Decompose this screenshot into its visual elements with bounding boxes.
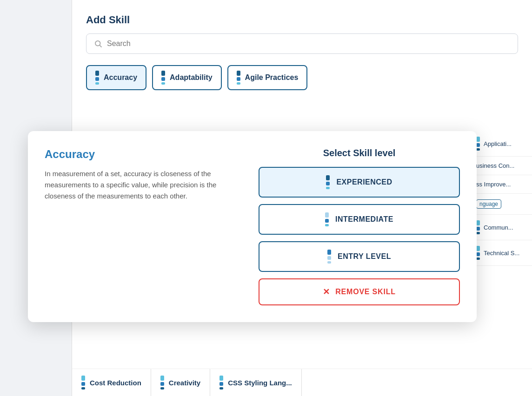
community-label: Commun... [484, 224, 513, 231]
sidebar-item-application[interactable]: Applicati... [470, 131, 532, 157]
skill-chip-accuracy[interactable]: Accuracy [86, 65, 146, 90]
agile-label: Agile Practices [245, 73, 299, 82]
skills-row: Accuracy Adaptability Agile Practices [86, 65, 518, 90]
level-entry-button[interactable]: ENTRY LEVEL [259, 241, 460, 272]
bottom-chip-creativity[interactable]: Creativity [151, 369, 210, 396]
search-input[interactable] [107, 40, 510, 48]
search-icon [94, 40, 102, 48]
bottom-skills-row: Cost Reduction Creativity CSS Styling La… [72, 369, 532, 396]
right-sidebar: Applicati... usiness Con... ss Improve..… [469, 131, 532, 266]
bottom-chip-css[interactable]: CSS Styling Lang... [210, 369, 302, 396]
adaptability-label: Adaptability [170, 73, 213, 82]
technical-label: Technical S... [484, 250, 519, 257]
popup-skill-title: Accuracy [45, 148, 240, 161]
cost-reduction-icon [81, 376, 85, 389]
intermediate-icon [325, 212, 329, 226]
level-intermediate-button[interactable]: INTERMEDIATE [259, 204, 460, 235]
creativity-icon [160, 376, 164, 389]
application-icon [476, 137, 480, 151]
accuracy-icon [95, 71, 99, 85]
entry-icon [327, 250, 331, 264]
tooltip-arrow [174, 124, 184, 131]
entry-label: ENTRY LEVEL [338, 252, 391, 261]
add-skill-title: Add Skill [86, 14, 518, 26]
sidebar-item-improvement[interactable]: ss Improve... [470, 175, 532, 194]
experienced-icon [326, 175, 330, 189]
bottom-chip-cost-reduction[interactable]: Cost Reduction [72, 369, 151, 396]
technical-icon [476, 246, 480, 260]
language-button[interactable]: nguage [476, 199, 501, 209]
business-label: usiness Con... [476, 162, 514, 169]
agile-icon [237, 71, 240, 85]
sidebar-item-community[interactable]: Commun... [470, 215, 532, 240]
css-icon [219, 376, 223, 389]
svg-point-0 [95, 41, 100, 46]
sidebar-item-language[interactable]: nguage [470, 194, 532, 215]
search-box[interactable] [86, 33, 518, 54]
level-experienced-button[interactable]: EXPERIENCED [259, 167, 460, 198]
skill-popup: Accuracy In measurement of a set, accura… [28, 131, 477, 322]
select-level-title: Select Skill level [259, 148, 460, 158]
popup-right: Select Skill level EXPERIENCED INTERMEDI… [259, 148, 460, 305]
intermediate-label: INTERMEDIATE [335, 215, 393, 224]
css-label: CSS Styling Lang... [228, 379, 292, 387]
svg-line-1 [100, 45, 101, 47]
sidebar-item-technical[interactable]: Technical S... [470, 240, 532, 266]
remove-label: REMOVE SKILL [335, 288, 396, 296]
sidebar-item-business[interactable]: usiness Con... [470, 157, 532, 175]
skill-chip-agile[interactable]: Agile Practices [227, 65, 308, 90]
x-icon: ✕ [323, 287, 330, 297]
accuracy-label: Accuracy [104, 73, 137, 82]
popup-description: In measurement of a set, accuracy is clo… [45, 168, 240, 202]
popup-left: Accuracy In measurement of a set, accura… [45, 148, 240, 305]
creativity-label: Creativity [169, 379, 200, 387]
community-icon [476, 220, 480, 234]
skill-chip-adaptability[interactable]: Adaptability [152, 65, 222, 90]
experienced-label: EXPERIENCED [336, 178, 392, 186]
application-label: Applicati... [484, 140, 512, 147]
remove-skill-button[interactable]: ✕ REMOVE SKILL [259, 278, 460, 305]
adaptability-icon [161, 71, 165, 85]
improvement-label: ss Improve... [476, 181, 511, 188]
cost-reduction-label: Cost Reduction [90, 379, 141, 387]
